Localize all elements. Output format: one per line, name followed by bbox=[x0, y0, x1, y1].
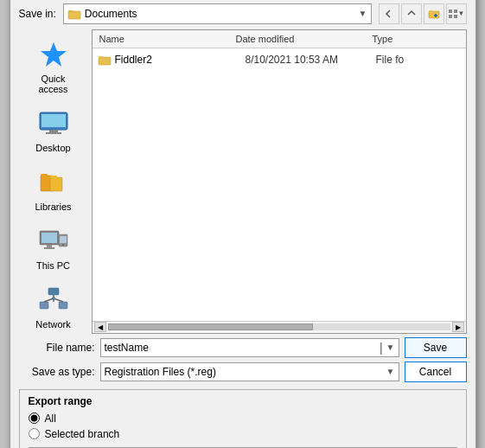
sidebar-item-desktop[interactable]: Desktop bbox=[22, 102, 85, 157]
svg-rect-22 bbox=[50, 177, 62, 191]
sidebar-item-libraries[interactable]: Libraries bbox=[22, 161, 85, 216]
file-type: File fo bbox=[376, 54, 461, 66]
sidebar: Quick access Desktop bbox=[19, 29, 88, 334]
all-radio-label: All bbox=[45, 413, 56, 425]
up-button[interactable] bbox=[401, 3, 422, 24]
save-button[interactable]: Save bbox=[405, 337, 467, 358]
view-button[interactable]: ▼ bbox=[446, 3, 467, 24]
svg-rect-25 bbox=[41, 233, 57, 243]
this-pc-label: This PC bbox=[36, 260, 70, 271]
filename-row: File name: testName | ▼ Save bbox=[19, 337, 467, 358]
svg-rect-39 bbox=[99, 56, 103, 58]
sidebar-item-network[interactable]: Network bbox=[22, 278, 85, 334]
savetype-label: Save as type: bbox=[19, 366, 95, 378]
desktop-icon bbox=[36, 106, 71, 141]
star-icon bbox=[36, 37, 71, 72]
svg-rect-19 bbox=[46, 132, 61, 134]
svg-rect-29 bbox=[60, 236, 67, 243]
new-folder-icon bbox=[428, 9, 440, 19]
folder-icon bbox=[98, 53, 112, 67]
svg-rect-23 bbox=[50, 176, 57, 178]
export-registry-dialog: Export Registry File ✕ Save in: Document… bbox=[10, 0, 476, 448]
export-range-title: Export range bbox=[29, 395, 457, 407]
savetype-combo[interactable]: Registration Files (*.reg) ▼ bbox=[100, 362, 399, 381]
file-list-area: Name Date modified Type Fiddler2 8/10 bbox=[92, 29, 467, 334]
filename-dropdown-icon: ▼ bbox=[386, 342, 395, 352]
new-folder-button[interactable] bbox=[424, 3, 444, 24]
svg-marker-15 bbox=[41, 42, 67, 67]
network-icon bbox=[36, 283, 71, 317]
nav-buttons: ▼ bbox=[379, 3, 467, 24]
scroll-right-button[interactable]: ▶ bbox=[452, 322, 464, 332]
save-in-label: Save in: bbox=[19, 8, 56, 20]
file-list-body: Fiddler2 8/10/2021 10:53 AM File fo bbox=[93, 48, 466, 321]
content-area: Quick access Desktop bbox=[19, 29, 467, 334]
libraries-label: Libraries bbox=[35, 202, 71, 212]
filename-combo[interactable]: testName | ▼ bbox=[100, 338, 399, 357]
location-text: Documents bbox=[85, 8, 355, 20]
svg-rect-13 bbox=[449, 15, 452, 18]
svg-rect-38 bbox=[99, 57, 111, 65]
svg-rect-18 bbox=[49, 130, 58, 132]
svg-rect-7 bbox=[429, 11, 439, 18]
back-button[interactable] bbox=[379, 3, 399, 24]
svg-rect-17 bbox=[41, 114, 66, 127]
svg-rect-32 bbox=[40, 302, 48, 309]
selected-branch-radio-row: Selected branch bbox=[29, 428, 457, 440]
table-row[interactable]: Fiddler2 8/10/2021 10:53 AM File fo bbox=[94, 50, 464, 69]
back-arrow-icon bbox=[384, 9, 394, 19]
savetype-dropdown-icon: ▼ bbox=[386, 367, 395, 376]
svg-rect-14 bbox=[454, 15, 457, 18]
desktop-label: Desktop bbox=[35, 143, 70, 153]
selected-branch-radio[interactable] bbox=[29, 428, 40, 439]
computer-icon bbox=[36, 224, 71, 259]
sidebar-item-quick-access[interactable]: Quick access bbox=[22, 33, 85, 99]
filename-label: File name: bbox=[19, 342, 95, 354]
scroll-thumb[interactable] bbox=[108, 323, 314, 330]
file-date: 8/10/2021 10:53 AM bbox=[246, 54, 373, 66]
view-icon bbox=[448, 9, 458, 19]
scroll-track[interactable] bbox=[108, 323, 450, 330]
svg-rect-27 bbox=[44, 247, 54, 249]
all-radio[interactable] bbox=[29, 413, 40, 424]
col-header-type: Type bbox=[369, 32, 463, 46]
svg-point-37 bbox=[52, 297, 55, 300]
svg-rect-11 bbox=[449, 10, 452, 13]
svg-rect-8 bbox=[429, 10, 433, 12]
svg-rect-26 bbox=[47, 245, 52, 247]
dialog-body: Save in: Documents ▼ bbox=[10, 0, 475, 448]
library-icon bbox=[36, 165, 71, 200]
svg-point-30 bbox=[62, 244, 64, 246]
quick-access-label: Quick access bbox=[27, 74, 80, 94]
cancel-button[interactable]: Cancel bbox=[405, 362, 467, 382]
location-combo[interactable]: Documents ▼ bbox=[63, 3, 372, 24]
filename-value: testName bbox=[105, 342, 374, 354]
sidebar-item-this-pc[interactable]: This PC bbox=[22, 220, 85, 275]
savetype-row: Save as type: Registration Files (*.reg)… bbox=[19, 362, 467, 382]
text-cursor-icon: | bbox=[380, 341, 383, 355]
col-header-name: Name bbox=[96, 32, 233, 46]
views-dropdown-icon: ▼ bbox=[458, 10, 465, 17]
svg-rect-21 bbox=[41, 174, 48, 176]
export-range-section: Export range All Selected branch bbox=[19, 389, 467, 449]
combo-arrow-icon: ▼ bbox=[359, 9, 367, 18]
savetype-value: Registration Files (*.reg) bbox=[105, 366, 383, 378]
all-radio-row: All bbox=[29, 413, 457, 425]
network-label: Network bbox=[35, 319, 70, 330]
svg-rect-4 bbox=[68, 11, 80, 19]
save-in-row: Save in: Documents ▼ bbox=[19, 3, 467, 24]
svg-rect-12 bbox=[454, 10, 457, 13]
selected-branch-label: Selected branch bbox=[45, 428, 120, 440]
file-name: Fiddler2 bbox=[115, 54, 242, 66]
horizontal-scrollbar[interactable]: ◀ ▶ bbox=[93, 321, 466, 333]
file-list-header: Name Date modified Type bbox=[93, 30, 466, 48]
col-header-date: Date modified bbox=[233, 32, 369, 46]
svg-rect-31 bbox=[48, 288, 59, 295]
scroll-left-button[interactable]: ◀ bbox=[94, 322, 106, 332]
svg-rect-33 bbox=[59, 302, 67, 309]
folder-icon bbox=[67, 7, 81, 21]
up-arrow-icon bbox=[406, 9, 417, 19]
